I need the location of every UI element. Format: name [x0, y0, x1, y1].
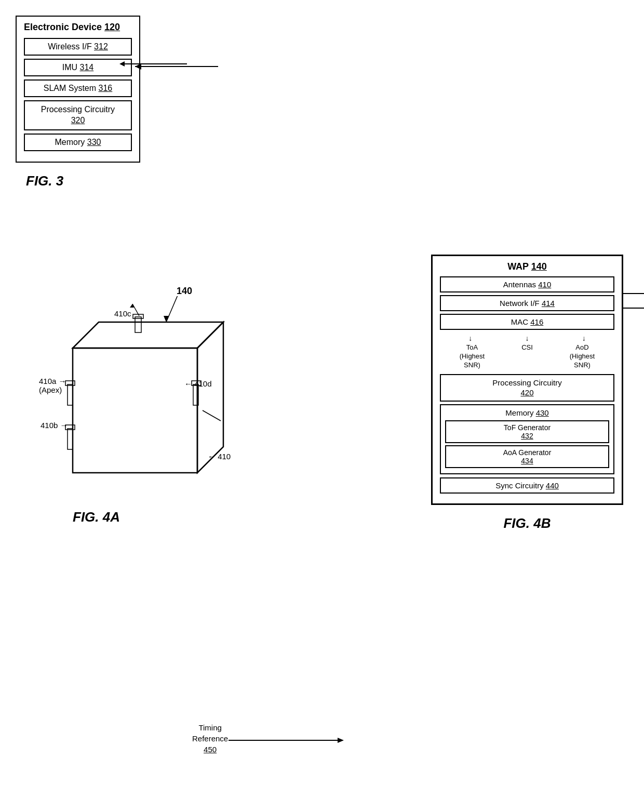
- label-410c: 410c: [114, 309, 131, 318]
- svg-rect-13: [68, 384, 73, 405]
- label-410b: 410b →: [41, 421, 68, 430]
- fig4a-label: FIG. 4A: [73, 509, 120, 525]
- csi-section: ↓ ↓ ↓ ToA(HighestSNR) CSI AoD(HighestSNR…: [440, 334, 614, 370]
- wap-mac: MAC 416: [440, 314, 614, 330]
- svg-rect-9: [135, 317, 141, 332]
- wap-network: Network I/F 414: [440, 295, 614, 311]
- wap-box: WAP 140 Antennas 410 Network I/F 414 MAC…: [431, 255, 623, 505]
- fig4-area: 140: [0, 255, 644, 805]
- svg-marker-21: [338, 738, 344, 743]
- svg-marker-8: [164, 316, 169, 322]
- label-apex: (Apex): [39, 385, 66, 394]
- fig4a-box-svg: [42, 296, 260, 514]
- device-title: Electronic Device 120: [24, 22, 132, 33]
- fig4b-container: WAP 140 Antennas 410 Network I/F 414 MAC…: [431, 255, 623, 531]
- svg-rect-10: [133, 314, 143, 318]
- svg-rect-4: [73, 348, 197, 473]
- timing-arrow-svg: [229, 733, 358, 748]
- page: { "fig3": { "title": "Electronic Device"…: [0, 0, 644, 812]
- timing-ref-label: TimingReference450: [192, 722, 228, 755]
- label-410d: ← 410d: [184, 379, 212, 388]
- component-slam: SLAM System 316: [24, 79, 132, 97]
- wap-proc420: Processing Circuitry420: [440, 374, 614, 402]
- label-410a: 410a →: [39, 377, 66, 385]
- csi-label: CSI: [509, 343, 545, 352]
- component-proc320: Processing Circuitry320: [24, 100, 132, 130]
- component-memory330: Memory 330: [24, 134, 132, 151]
- svg-marker-6: [197, 322, 223, 473]
- fig4b-label: FIG. 4B: [431, 515, 623, 531]
- wap-antennas: Antennas 410: [440, 276, 614, 292]
- aoa-generator: AoA Generator434: [445, 445, 609, 468]
- device-num: 120: [104, 22, 120, 32]
- tof-generator: ToF Generator432: [445, 420, 609, 443]
- wap-memory430: Memory 430 ToF Generator432 AoA Generato…: [440, 404, 614, 474]
- component-imu: IMU 314: [24, 59, 132, 76]
- aod-label: AoD(HighestSNR): [559, 343, 606, 370]
- label-410: ← 410: [208, 452, 231, 461]
- fig3-label: FIG. 3: [26, 173, 306, 189]
- svg-line-19: [203, 410, 221, 421]
- wap-title: WAP 140: [440, 261, 614, 272]
- svg-line-7: [166, 296, 182, 322]
- toa-label: ToA(HighestSNR): [449, 343, 495, 370]
- fig3-right-arrow: [119, 56, 223, 77]
- wap-sync440: Sync Circuitry 440: [440, 477, 614, 494]
- label-140: 140: [177, 286, 192, 297]
- memory-title: Memory 430: [445, 408, 609, 417]
- svg-marker-3: [119, 61, 125, 66]
- device-box: Electronic Device 120 Wireless I/F 312 I…: [16, 16, 140, 163]
- aod-arrow: ↓: [582, 334, 586, 342]
- label-410a-group: 410a → (Apex): [39, 377, 66, 394]
- toa-arrow: ↓: [468, 334, 472, 342]
- csi-arrow: ↓: [525, 334, 529, 342]
- svg-rect-15: [68, 429, 73, 449]
- fig3-area: Electronic Device 120 Wireless I/F 312 I…: [16, 16, 306, 189]
- component-wireless: Wireless I/F 312: [24, 38, 132, 56]
- fig4a-container: 140: [26, 281, 275, 540]
